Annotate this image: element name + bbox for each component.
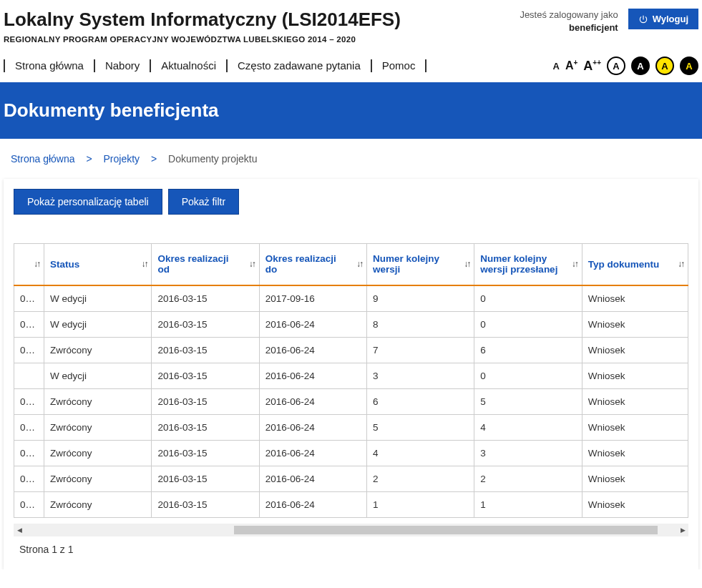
table-row[interactable]: 010...Zwrócony2016-03-152016-06-2465Wnio… bbox=[14, 388, 688, 414]
nav-aktualnosci[interactable]: Aktualności bbox=[150, 59, 226, 72]
horizontal-scrollbar[interactable]: ◀ ▶ bbox=[14, 524, 688, 536]
table-cell: 2016-06-24 bbox=[259, 388, 366, 414]
table-cell: 010... bbox=[14, 414, 44, 440]
col-header-nkwp[interactable]: Numer kolejny wersji przesłanej↓↑ bbox=[474, 244, 582, 285]
user-role: beneficjent bbox=[569, 22, 618, 33]
contrast-normal[interactable]: A bbox=[607, 57, 625, 75]
table-row[interactable]: 010...Zwrócony2016-03-152016-06-2443Wnio… bbox=[14, 440, 688, 466]
login-status: Jesteś zalogowany jako beneficjent bbox=[520, 9, 618, 34]
table-cell: W edycji bbox=[44, 311, 152, 337]
scroll-thumb[interactable] bbox=[234, 526, 658, 534]
table-cell: 3 bbox=[367, 363, 474, 388]
breadcrumb-home[interactable]: Strona główna bbox=[11, 153, 75, 165]
col-header-typ[interactable]: Typ dokumentu↓↑ bbox=[582, 244, 688, 285]
font-size-normal[interactable]: A bbox=[553, 61, 560, 72]
table-row[interactable]: 010...Zwrócony2016-03-152016-06-2454Wnio… bbox=[14, 414, 688, 440]
contrast-dark-yellow[interactable]: A bbox=[680, 57, 698, 75]
nav-pomoc[interactable]: Pomoc bbox=[371, 59, 427, 72]
table-row[interactable]: 010...W edycji2016-03-152017-09-1690Wnio… bbox=[14, 285, 688, 312]
logout-button[interactable]: Wyloguj bbox=[628, 9, 698, 29]
col-header-id[interactable]: ↓↑ bbox=[14, 244, 44, 285]
table-cell: 2016-03-15 bbox=[152, 440, 259, 466]
table-cell: 2016-06-24 bbox=[259, 440, 366, 466]
table-cell: 2016-03-15 bbox=[152, 311, 259, 337]
table-row[interactable]: 010...W edycji2016-03-152016-06-2480Wnio… bbox=[14, 311, 688, 337]
table-cell: Wniosek bbox=[582, 363, 688, 388]
table-cell: 010... bbox=[14, 491, 44, 517]
col-header-status[interactable]: Status↓↑ bbox=[44, 244, 152, 285]
table-cell: 010... bbox=[14, 440, 44, 466]
table-cell: 2016-03-15 bbox=[152, 466, 259, 491]
breadcrumb-sep: > bbox=[151, 153, 157, 165]
table-cell: 010... bbox=[14, 466, 44, 491]
table-cell: Wniosek bbox=[582, 285, 688, 312]
table-cell: 1 bbox=[474, 491, 582, 517]
table-cell: Wniosek bbox=[582, 337, 688, 363]
show-filter-button[interactable]: Pokaż filtr bbox=[168, 189, 239, 215]
personalize-table-button[interactable]: Pokaż personalizację tabeli bbox=[14, 189, 162, 215]
col-header-nkw[interactable]: Numer kolejny wersji↓↑ bbox=[367, 244, 474, 285]
table-cell: W edycji bbox=[44, 363, 152, 388]
site-title: Lokalny System Informatyczny (LSI2014EFS… bbox=[4, 9, 401, 31]
table-cell: Wniosek bbox=[582, 466, 688, 491]
table-cell: 2016-06-24 bbox=[259, 466, 366, 491]
col-header-od[interactable]: Okres realizacji od↓↑ bbox=[152, 244, 259, 285]
scroll-right-icon[interactable]: ▶ bbox=[677, 524, 688, 536]
table-row[interactable]: 010...Zwrócony2016-03-152016-06-2422Wnio… bbox=[14, 466, 688, 491]
table-cell: 2016-03-15 bbox=[152, 414, 259, 440]
table-cell: 7 bbox=[367, 337, 474, 363]
sort-icon: ↓↑ bbox=[572, 259, 577, 269]
table-cell: 2017-09-16 bbox=[259, 285, 366, 312]
table-cell: 2016-06-24 bbox=[259, 363, 366, 388]
nav-faq[interactable]: Często zadawane pytania bbox=[226, 59, 371, 72]
logged-in-label: Jesteś zalogowany jako bbox=[520, 9, 618, 20]
table-cell: 010... bbox=[14, 311, 44, 337]
scroll-track[interactable] bbox=[25, 524, 677, 536]
table-cell: 0 bbox=[474, 285, 582, 312]
table-row[interactable]: W edycji2016-03-152016-06-2430Wniosek bbox=[14, 363, 688, 388]
table-cell: 2 bbox=[474, 466, 582, 491]
breadcrumb-projects[interactable]: Projekty bbox=[103, 153, 140, 165]
contrast-black[interactable]: A bbox=[631, 57, 650, 75]
table-row[interactable]: 010...Zwrócony2016-03-152016-06-2476Wnio… bbox=[14, 337, 688, 363]
font-size-large[interactable]: A+ bbox=[565, 59, 577, 72]
table-cell: 2016-06-24 bbox=[259, 414, 366, 440]
table-cell: 0 bbox=[474, 311, 582, 337]
table-cell: 010... bbox=[14, 388, 44, 414]
table-cell: Zwrócony bbox=[44, 466, 152, 491]
breadcrumb: Strona główna > Projekty > Dokumenty pro… bbox=[0, 139, 702, 179]
table-cell: 2016-03-15 bbox=[152, 491, 259, 517]
contrast-yellow[interactable]: A bbox=[655, 57, 674, 75]
table-wrap: ↓↑ Status↓↑ Okres realizacji od↓↑ Okres … bbox=[14, 243, 688, 518]
table-row[interactable]: 010...Zwrócony2016-03-152016-06-2411Wnio… bbox=[14, 491, 688, 517]
table-cell: 9 bbox=[367, 285, 474, 312]
table-cell: Wniosek bbox=[582, 414, 688, 440]
table-cell: 2016-03-15 bbox=[152, 285, 259, 312]
table-cell: Wniosek bbox=[582, 491, 688, 517]
table-cell: Zwrócony bbox=[44, 337, 152, 363]
table-cell: 6 bbox=[474, 337, 582, 363]
table-cell: 6 bbox=[367, 388, 474, 414]
table-cell: 2016-03-15 bbox=[152, 363, 259, 388]
table-cell: 5 bbox=[474, 388, 582, 414]
breadcrumb-sep: > bbox=[86, 153, 92, 165]
table-cell: Zwrócony bbox=[44, 388, 152, 414]
nav-home[interactable]: Strona główna bbox=[4, 59, 94, 72]
documents-table: ↓↑ Status↓↑ Okres realizacji od↓↑ Okres … bbox=[14, 243, 688, 518]
table-cell: 010... bbox=[14, 337, 44, 363]
font-size-xlarge[interactable]: A++ bbox=[583, 59, 601, 74]
col-header-do[interactable]: Okres realizacji do↓↑ bbox=[259, 244, 366, 285]
table-cell: 2016-03-15 bbox=[152, 337, 259, 363]
table-cell: 1 bbox=[367, 491, 474, 517]
nav-nabory[interactable]: Nabory bbox=[94, 59, 150, 72]
table-cell: 8 bbox=[367, 311, 474, 337]
site-subtitle: REGIONALNY PROGRAM OPERACYJNY WOJEWÓDZTW… bbox=[4, 35, 401, 44]
accessibility-tools: A A+ A++ A A A A bbox=[553, 57, 698, 75]
page-title-bar: Dokumenty beneficjenta bbox=[0, 82, 702, 139]
table-cell: 3 bbox=[474, 440, 582, 466]
scroll-left-icon[interactable]: ◀ bbox=[14, 524, 25, 536]
breadcrumb-current: Dokumenty projektu bbox=[168, 153, 258, 165]
table-cell: Wniosek bbox=[582, 388, 688, 414]
table-cell: Zwrócony bbox=[44, 440, 152, 466]
logout-label: Wyloguj bbox=[653, 14, 688, 24]
